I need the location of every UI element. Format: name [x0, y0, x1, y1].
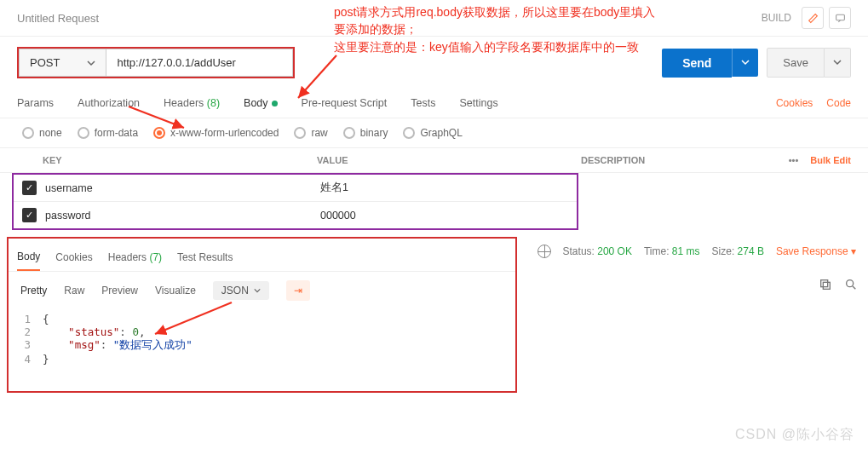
tab-settings[interactable]: Settings: [459, 89, 509, 118]
checkbox-icon[interactable]: ✓: [22, 181, 37, 195]
json-select[interactable]: JSON: [213, 281, 269, 300]
chevron-down-icon: [254, 287, 261, 294]
resp-tab-cookies[interactable]: Cookies: [55, 246, 92, 270]
fmt-preview[interactable]: Preview: [101, 285, 138, 296]
tab-headers[interactable]: Headers (8): [164, 89, 232, 118]
code-link[interactable]: Code: [826, 97, 851, 109]
chevron-down-icon: [87, 59, 95, 67]
request-title: Untitled Request: [17, 12, 99, 25]
kv-row[interactable]: ✓ username 姓名1: [14, 175, 577, 202]
send-button[interactable]: Send: [662, 49, 732, 78]
size-label: Size: 274 B: [712, 245, 764, 257]
response-body[interactable]: 1{ 2 "status": 0, 3 "msg": "数据写入成功" 4}: [9, 309, 515, 391]
svg-rect-0: [836, 14, 844, 20]
svg-rect-2: [821, 280, 828, 287]
tab-authorization[interactable]: Authorization: [78, 89, 152, 118]
method-label: POST: [30, 56, 60, 69]
fmt-pretty[interactable]: Pretty: [20, 285, 47, 296]
comment-icon[interactable]: [829, 7, 851, 29]
radio-urlencoded[interactable]: x-www-form-urlencoded: [153, 127, 279, 139]
col-key: KEY: [43, 155, 317, 165]
kv-key[interactable]: username: [45, 182, 320, 194]
tab-body[interactable]: Body: [244, 89, 290, 118]
status-label: Status: 200 OK: [563, 245, 632, 257]
col-description: DESCRIPTION: [581, 155, 777, 165]
watermark: CSDN @陈小谷容: [735, 426, 854, 444]
kv-key[interactable]: password: [45, 210, 320, 222]
kv-highlight-box: ✓ username 姓名1 ✓ password 000000: [12, 173, 578, 230]
cookies-link[interactable]: Cookies: [776, 97, 813, 109]
build-label[interactable]: BUILD: [762, 12, 791, 24]
copy-icon[interactable]: [819, 278, 832, 294]
tab-params[interactable]: Params: [17, 89, 66, 118]
fmt-visualize[interactable]: Visualize: [155, 285, 196, 296]
kv-value[interactable]: 姓名1: [320, 181, 577, 195]
url-input[interactable]: [106, 49, 293, 77]
save-response-link[interactable]: Save Response ▾: [776, 245, 856, 257]
kv-row[interactable]: ✓ password 000000: [14, 202, 577, 228]
tab-prerequest[interactable]: Pre-request Script: [302, 89, 400, 118]
checkbox-icon[interactable]: ✓: [22, 208, 37, 222]
radio-binary[interactable]: binary: [343, 127, 388, 139]
more-icon[interactable]: •••: [777, 155, 811, 165]
wrap-icon[interactable]: ⇥: [286, 280, 310, 301]
radio-raw[interactable]: raw: [294, 127, 327, 139]
radio-none[interactable]: none: [22, 127, 62, 139]
save-button[interactable]: Save: [767, 48, 825, 78]
body-dot-icon: [272, 101, 278, 106]
search-icon[interactable]: [844, 278, 858, 294]
response-highlight-box: Body Cookies Headers (7) Test Results Pr…: [7, 237, 517, 393]
col-value: VALUE: [317, 155, 581, 165]
resp-tab-headers[interactable]: Headers (7): [108, 246, 162, 270]
svg-rect-1: [823, 282, 830, 289]
fmt-raw[interactable]: Raw: [64, 285, 84, 296]
radio-form-data[interactable]: form-data: [78, 127, 138, 139]
kv-value[interactable]: 000000: [320, 210, 577, 222]
resp-tab-body[interactable]: Body: [17, 245, 40, 271]
tab-tests[interactable]: Tests: [411, 89, 447, 118]
save-more-button[interactable]: [825, 48, 851, 78]
resp-tab-results[interactable]: Test Results: [177, 246, 233, 270]
edit-icon[interactable]: [802, 7, 824, 29]
radio-graphql[interactable]: GraphQL: [403, 127, 462, 139]
globe-icon[interactable]: [537, 245, 551, 258]
svg-point-3: [847, 280, 854, 287]
send-more-button[interactable]: [732, 49, 758, 77]
time-label: Time: 81 ms: [644, 245, 700, 257]
bulk-edit-link[interactable]: Bulk Edit: [810, 155, 851, 165]
method-select[interactable]: POST: [19, 49, 106, 77]
method-url-group: POST: [17, 47, 295, 78]
